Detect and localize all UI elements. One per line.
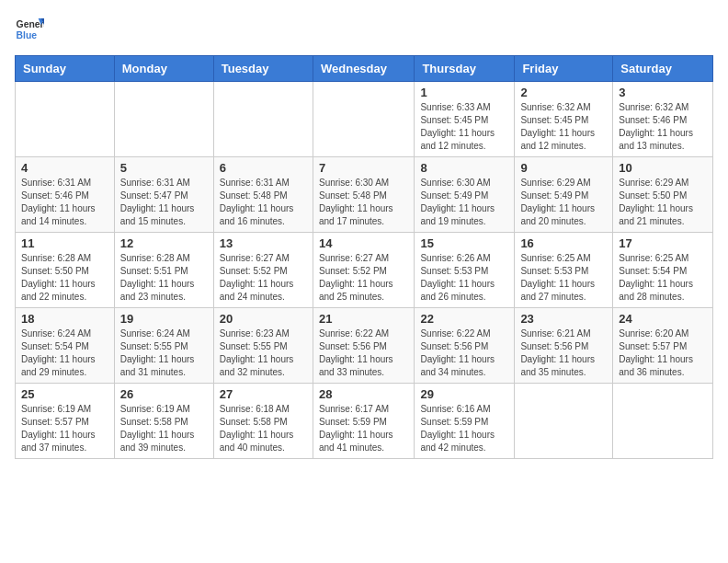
calendar-cell: 24Sunrise: 6:20 AM Sunset: 5:57 PM Dayli… — [613, 308, 713, 384]
day-number: 23 — [520, 312, 607, 326]
calendar-cell: 27Sunrise: 6:18 AM Sunset: 5:58 PM Dayli… — [213, 384, 313, 459]
logo-icon: General Blue — [15, 15, 44, 44]
day-number: 22 — [420, 312, 508, 326]
calendar-cell — [613, 384, 713, 459]
day-header-tuesday: Tuesday — [213, 56, 313, 82]
calendar-cell: 16Sunrise: 6:25 AM Sunset: 5:53 PM Dayli… — [515, 233, 613, 308]
day-number: 28 — [319, 387, 408, 401]
calendar-cell: 23Sunrise: 6:21 AM Sunset: 5:56 PM Dayli… — [515, 308, 613, 384]
day-header-wednesday: Wednesday — [313, 56, 414, 82]
calendar-cell — [213, 82, 313, 157]
calendar-cell — [16, 82, 115, 157]
day-number: 5 — [120, 161, 208, 175]
calendar-cell: 5Sunrise: 6:31 AM Sunset: 5:47 PM Daylig… — [114, 157, 213, 233]
calendar-cell: 21Sunrise: 6:22 AM Sunset: 5:56 PM Dayli… — [313, 308, 414, 384]
calendar-cell: 12Sunrise: 6:28 AM Sunset: 5:51 PM Dayli… — [114, 233, 213, 308]
page-header: General Blue — [15, 15, 713, 44]
day-info: Sunrise: 6:19 AM Sunset: 5:57 PM Dayligh… — [21, 403, 108, 454]
calendar-cell: 22Sunrise: 6:22 AM Sunset: 5:56 PM Dayli… — [415, 308, 515, 384]
calendar-cell: 29Sunrise: 6:16 AM Sunset: 5:59 PM Dayli… — [415, 384, 515, 459]
day-number: 26 — [120, 387, 208, 401]
calendar-cell: 7Sunrise: 6:30 AM Sunset: 5:48 PM Daylig… — [313, 157, 414, 233]
day-info: Sunrise: 6:22 AM Sunset: 5:56 PM Dayligh… — [420, 327, 508, 379]
day-number: 12 — [120, 236, 208, 250]
day-info: Sunrise: 6:30 AM Sunset: 5:48 PM Dayligh… — [319, 177, 408, 228]
day-info: Sunrise: 6:27 AM Sunset: 5:52 PM Dayligh… — [220, 252, 307, 304]
week-row-4: 18Sunrise: 6:24 AM Sunset: 5:54 PM Dayli… — [16, 308, 713, 384]
days-header-row: SundayMondayTuesdayWednesdayThursdayFrid… — [16, 56, 713, 82]
logo: General Blue — [15, 15, 44, 44]
calendar-cell: 10Sunrise: 6:29 AM Sunset: 5:50 PM Dayli… — [613, 157, 713, 233]
calendar-cell: 18Sunrise: 6:24 AM Sunset: 5:54 PM Dayli… — [16, 308, 115, 384]
day-header-friday: Friday — [515, 56, 613, 82]
calendar-cell: 1Sunrise: 6:33 AM Sunset: 5:45 PM Daylig… — [415, 82, 515, 157]
calendar-body: 1Sunrise: 6:33 AM Sunset: 5:45 PM Daylig… — [16, 82, 713, 459]
calendar-cell — [313, 82, 414, 157]
day-number: 25 — [21, 387, 108, 401]
week-row-2: 4Sunrise: 6:31 AM Sunset: 5:46 PM Daylig… — [16, 157, 713, 233]
day-info: Sunrise: 6:32 AM Sunset: 5:45 PM Dayligh… — [520, 101, 607, 153]
day-info: Sunrise: 6:17 AM Sunset: 5:59 PM Dayligh… — [319, 403, 408, 454]
day-number: 7 — [319, 161, 408, 175]
day-number: 15 — [420, 236, 508, 250]
day-info: Sunrise: 6:30 AM Sunset: 5:49 PM Dayligh… — [420, 177, 508, 228]
day-header-sunday: Sunday — [16, 56, 115, 82]
day-info: Sunrise: 6:31 AM Sunset: 5:48 PM Dayligh… — [220, 177, 307, 228]
calendar-table: SundayMondayTuesdayWednesdayThursdayFrid… — [15, 55, 713, 459]
calendar-cell: 9Sunrise: 6:29 AM Sunset: 5:49 PM Daylig… — [515, 157, 613, 233]
day-number: 16 — [520, 236, 607, 250]
day-info: Sunrise: 6:25 AM Sunset: 5:53 PM Dayligh… — [520, 252, 607, 304]
calendar-cell: 14Sunrise: 6:27 AM Sunset: 5:52 PM Dayli… — [313, 233, 414, 308]
week-row-5: 25Sunrise: 6:19 AM Sunset: 5:57 PM Dayli… — [16, 384, 713, 459]
day-number: 13 — [220, 236, 307, 250]
day-number: 24 — [619, 312, 707, 326]
day-info: Sunrise: 6:27 AM Sunset: 5:52 PM Dayligh… — [319, 252, 408, 304]
day-info: Sunrise: 6:20 AM Sunset: 5:57 PM Dayligh… — [619, 327, 707, 379]
day-number: 29 — [420, 387, 508, 401]
calendar-cell: 15Sunrise: 6:26 AM Sunset: 5:53 PM Dayli… — [415, 233, 515, 308]
day-info: Sunrise: 6:22 AM Sunset: 5:56 PM Dayligh… — [319, 327, 408, 379]
day-info: Sunrise: 6:29 AM Sunset: 5:50 PM Dayligh… — [619, 177, 707, 228]
day-number: 20 — [220, 312, 307, 326]
day-number: 14 — [319, 236, 408, 250]
calendar-cell: 28Sunrise: 6:17 AM Sunset: 5:59 PM Dayli… — [313, 384, 414, 459]
day-info: Sunrise: 6:21 AM Sunset: 5:56 PM Dayligh… — [520, 327, 607, 379]
day-number: 2 — [520, 86, 607, 99]
day-info: Sunrise: 6:29 AM Sunset: 5:49 PM Dayligh… — [520, 177, 607, 228]
calendar-cell — [114, 82, 213, 157]
day-number: 3 — [619, 86, 707, 99]
day-info: Sunrise: 6:31 AM Sunset: 5:47 PM Dayligh… — [120, 177, 208, 228]
day-number: 10 — [619, 161, 707, 175]
day-info: Sunrise: 6:19 AM Sunset: 5:58 PM Dayligh… — [120, 403, 208, 454]
week-row-1: 1Sunrise: 6:33 AM Sunset: 5:45 PM Daylig… — [16, 82, 713, 157]
day-info: Sunrise: 6:16 AM Sunset: 5:59 PM Dayligh… — [420, 403, 508, 454]
day-info: Sunrise: 6:32 AM Sunset: 5:46 PM Dayligh… — [619, 101, 707, 153]
day-info: Sunrise: 6:24 AM Sunset: 5:54 PM Dayligh… — [21, 327, 108, 379]
day-number: 21 — [319, 312, 408, 326]
day-info: Sunrise: 6:18 AM Sunset: 5:58 PM Dayligh… — [220, 403, 307, 454]
day-info: Sunrise: 6:25 AM Sunset: 5:54 PM Dayligh… — [619, 252, 707, 304]
svg-text:Blue: Blue — [17, 30, 38, 40]
day-number: 11 — [21, 236, 108, 250]
day-info: Sunrise: 6:33 AM Sunset: 5:45 PM Dayligh… — [420, 101, 508, 153]
calendar-cell: 17Sunrise: 6:25 AM Sunset: 5:54 PM Dayli… — [613, 233, 713, 308]
day-info: Sunrise: 6:24 AM Sunset: 5:55 PM Dayligh… — [120, 327, 208, 379]
day-number: 18 — [21, 312, 108, 326]
day-header-thursday: Thursday — [415, 56, 515, 82]
calendar-cell: 2Sunrise: 6:32 AM Sunset: 5:45 PM Daylig… — [515, 82, 613, 157]
day-number: 1 — [420, 86, 508, 99]
calendar-cell: 6Sunrise: 6:31 AM Sunset: 5:48 PM Daylig… — [213, 157, 313, 233]
day-info: Sunrise: 6:31 AM Sunset: 5:46 PM Dayligh… — [21, 177, 108, 228]
calendar-cell: 25Sunrise: 6:19 AM Sunset: 5:57 PM Dayli… — [16, 384, 115, 459]
calendar-cell — [515, 384, 613, 459]
calendar-cell: 19Sunrise: 6:24 AM Sunset: 5:55 PM Dayli… — [114, 308, 213, 384]
day-info: Sunrise: 6:26 AM Sunset: 5:53 PM Dayligh… — [420, 252, 508, 304]
calendar-cell: 3Sunrise: 6:32 AM Sunset: 5:46 PM Daylig… — [613, 82, 713, 157]
calendar-cell: 4Sunrise: 6:31 AM Sunset: 5:46 PM Daylig… — [16, 157, 115, 233]
day-number: 9 — [520, 161, 607, 175]
day-header-monday: Monday — [114, 56, 213, 82]
calendar-cell: 26Sunrise: 6:19 AM Sunset: 5:58 PM Dayli… — [114, 384, 213, 459]
week-row-3: 11Sunrise: 6:28 AM Sunset: 5:50 PM Dayli… — [16, 233, 713, 308]
day-info: Sunrise: 6:28 AM Sunset: 5:51 PM Dayligh… — [120, 252, 208, 304]
day-number: 17 — [619, 236, 707, 250]
